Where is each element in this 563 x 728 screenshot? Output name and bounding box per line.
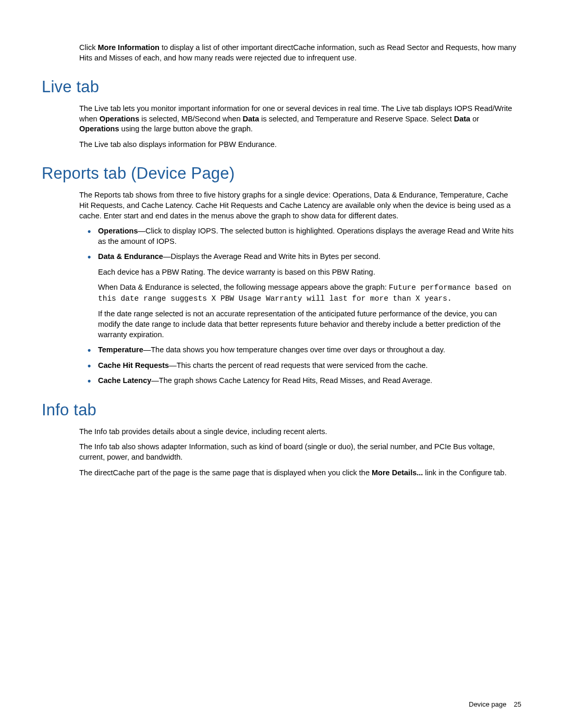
intro-paragraph: Click More Information to display a list… [79, 43, 519, 63]
operations-label: Operations [100, 115, 140, 123]
reports-p1: The Reports tab shows from three to five… [79, 190, 519, 221]
more-details-label: More Details... [372, 468, 423, 477]
info-tab-block: The Info tab provides details about a si… [79, 427, 519, 478]
page-footer: Device page25 [469, 700, 521, 708]
reports-tab-heading: Reports tab (Device Page) [42, 164, 521, 183]
more-information-label: More Information [97, 43, 159, 52]
list-item: Cache Latency—The graph shows Cache Late… [98, 376, 517, 386]
item-sub: If the date range selected is not an acc… [98, 309, 517, 340]
page-number: 25 [514, 700, 521, 708]
live-p2: The Live tab also displays information f… [79, 140, 519, 150]
item-text: —The data shows you how temperature chan… [143, 346, 445, 354]
text: using the large button above the graph. [119, 125, 253, 133]
item-label: Cache Hit Requests [98, 361, 169, 369]
item-sub: Each device has a PBW Rating. The device… [98, 267, 517, 278]
item-text: —The graph shows Cache Latency for Read … [151, 376, 432, 385]
text: or [470, 115, 479, 123]
item-text: —Click to display IOPS. The selected but… [98, 227, 513, 245]
data-label: Data [454, 115, 470, 123]
list-item: Data & Endurance—Displays the Average Re… [98, 252, 517, 340]
data-label: Data [243, 115, 259, 123]
footer-label: Device page [469, 700, 506, 708]
item-text: —This charts the percent of read request… [169, 361, 427, 369]
list-item: Cache Hit Requests—This charts the perce… [98, 361, 517, 371]
item-text: —Displays the Average Read and Write hit… [163, 252, 381, 261]
item-label: Cache Latency [98, 376, 151, 385]
reports-list: Operations—Click to display IOPS. The se… [79, 226, 519, 386]
text: The directCache part of the page is the … [79, 468, 372, 477]
text: is selected, and Temperature and Reserve… [259, 115, 454, 123]
info-p2: The Info tab also shows adapter Informat… [79, 442, 519, 462]
operations-label: Operations [79, 125, 119, 133]
reports-tab-block: The Reports tab shows from three to five… [79, 190, 519, 386]
live-tab-block: The Live tab lets you monitor important … [79, 104, 519, 150]
item-label: Temperature [98, 346, 143, 354]
text: is selected, MB/Second when [139, 115, 242, 123]
list-item: Temperature—The data shows you how tempe… [98, 345, 517, 355]
text: link in the Configure tab. [423, 468, 506, 477]
intro-block: Click More Information to display a list… [79, 43, 519, 63]
list-item: Operations—Click to display IOPS. The se… [98, 226, 517, 246]
item-label: Data & Endurance [98, 252, 163, 261]
info-p1: The Info tab provides details about a si… [79, 427, 519, 437]
item-label: Operations [98, 227, 138, 235]
text: Click [79, 43, 97, 52]
text: When Data & Endurance is selected, the f… [98, 283, 389, 291]
live-p1: The Live tab lets you monitor important … [79, 104, 519, 134]
item-sub: When Data & Endurance is selected, the f… [98, 282, 517, 304]
info-p3: The directCache part of the page is the … [79, 468, 519, 478]
info-tab-heading: Info tab [42, 401, 521, 419]
live-tab-heading: Live tab [42, 78, 521, 96]
